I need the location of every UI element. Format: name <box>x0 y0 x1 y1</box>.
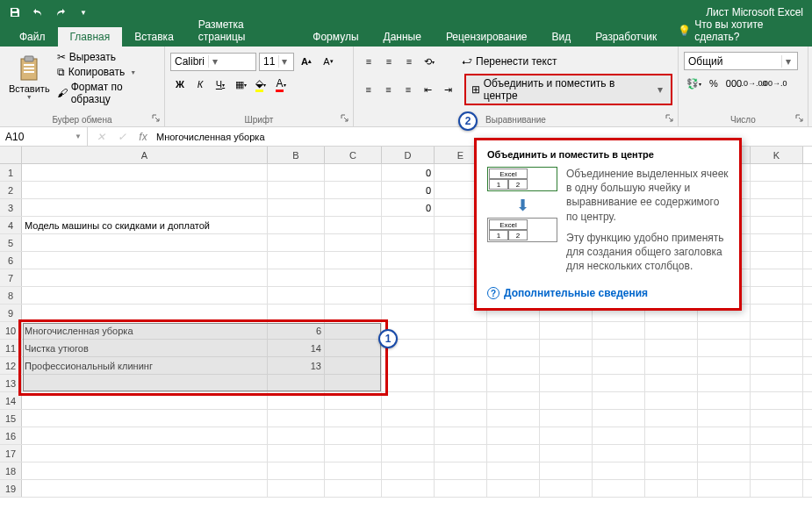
cell[interactable] <box>268 182 325 198</box>
cell[interactable] <box>593 340 645 356</box>
cell[interactable] <box>645 445 698 462</box>
cell[interactable] <box>645 427 698 444</box>
cell[interactable] <box>487 340 540 356</box>
align-center-icon[interactable]: ≡ <box>379 80 399 99</box>
cell[interactable] <box>540 340 593 356</box>
decrease-indent-icon[interactable]: ⇤ <box>419 80 438 99</box>
cell[interactable] <box>645 462 698 479</box>
cell[interactable] <box>751 340 803 356</box>
cell[interactable] <box>268 410 325 427</box>
cell[interactable] <box>435 445 487 462</box>
cell[interactable] <box>751 445 803 462</box>
cell[interactable] <box>382 357 435 374</box>
increase-font-icon[interactable]: A▴ <box>297 52 316 71</box>
save-icon[interactable] <box>5 3 25 22</box>
cell[interactable] <box>698 392 751 409</box>
undo-icon[interactable] <box>28 3 47 22</box>
paste-button[interactable]: Вставить ▼ <box>5 48 54 106</box>
cell[interactable] <box>22 199 268 216</box>
cell[interactable] <box>22 234 268 251</box>
row-header[interactable]: 11 <box>0 340 22 356</box>
cell[interactable] <box>698 427 751 444</box>
align-bottom-icon[interactable]: ≡ <box>399 52 419 71</box>
decrease-decimal-icon[interactable]: .00→.0 <box>765 74 784 93</box>
cell[interactable] <box>751 199 803 216</box>
cell[interactable] <box>268 252 325 269</box>
tell-me-search[interactable]: 💡 Что вы хотите сделать? <box>669 15 812 47</box>
cell[interactable] <box>268 164 325 181</box>
row-header[interactable]: 2 <box>0 182 22 198</box>
cell[interactable] <box>435 375 487 391</box>
cell[interactable] <box>645 480 698 497</box>
cell[interactable] <box>593 445 645 462</box>
cell[interactable] <box>22 269 268 286</box>
qat-dropdown-icon[interactable]: ▼ <box>74 3 93 22</box>
cell[interactable] <box>645 357 698 374</box>
cell[interactable] <box>593 427 645 444</box>
cell[interactable] <box>645 322 698 339</box>
cell[interactable] <box>698 462 751 479</box>
cell[interactable] <box>645 340 698 356</box>
cell[interactable] <box>382 392 435 409</box>
cell[interactable] <box>645 392 698 409</box>
tab-home[interactable]: Главная <box>58 27 123 47</box>
cell[interactable] <box>268 392 325 409</box>
cell[interactable] <box>698 357 751 374</box>
cell[interactable] <box>325 305 382 321</box>
cell[interactable] <box>751 375 803 391</box>
row-header[interactable]: 3 <box>0 199 22 216</box>
cell[interactable] <box>435 480 487 497</box>
cell[interactable] <box>22 410 268 427</box>
cell[interactable] <box>325 480 382 497</box>
cell[interactable] <box>540 410 593 427</box>
cell[interactable] <box>593 410 645 427</box>
cell[interactable] <box>751 164 803 181</box>
cell[interactable] <box>487 427 540 444</box>
cell[interactable] <box>487 445 540 462</box>
cell[interactable] <box>751 252 803 269</box>
fill-color-button[interactable]: ⬙▾ <box>251 75 270 94</box>
cell[interactable] <box>540 357 593 374</box>
tab-formulas[interactable]: Формулы <box>300 27 370 47</box>
cell[interactable] <box>325 410 382 427</box>
cell[interactable]: 0 <box>382 182 435 198</box>
col-header[interactable]: A <box>22 147 268 163</box>
row-header[interactable]: 15 <box>0 410 22 427</box>
cell[interactable] <box>751 392 803 409</box>
cell[interactable] <box>382 462 435 479</box>
cell[interactable] <box>435 340 487 356</box>
cell[interactable] <box>325 252 382 269</box>
number-format-combo[interactable]: Общий▾ <box>684 52 798 70</box>
cell[interactable] <box>487 357 540 374</box>
cell[interactable] <box>382 427 435 444</box>
decrease-font-icon[interactable]: A▾ <box>319 52 338 71</box>
tab-view[interactable]: Вид <box>540 27 584 47</box>
cell[interactable] <box>325 287 382 304</box>
select-all-corner[interactable] <box>0 147 22 163</box>
col-header[interactable]: B <box>268 147 325 163</box>
cell[interactable] <box>435 462 487 479</box>
row-header[interactable]: 1 <box>0 164 22 181</box>
cell[interactable] <box>698 322 751 339</box>
cell[interactable] <box>593 480 645 497</box>
tab-file[interactable]: Файл <box>7 27 58 47</box>
cell[interactable] <box>22 164 268 181</box>
row-header[interactable]: 6 <box>0 252 22 269</box>
cell[interactable] <box>593 462 645 479</box>
cell[interactable] <box>382 217 435 233</box>
tab-page-layout[interactable]: Разметка страницы <box>186 15 300 47</box>
cancel-icon[interactable]: ✕ <box>93 129 109 145</box>
align-left-icon[interactable]: ≡ <box>359 80 378 99</box>
cell[interactable] <box>382 375 435 391</box>
cell[interactable] <box>540 392 593 409</box>
copy-button[interactable]: ⧉Копировать▼ <box>54 65 159 79</box>
border-button[interactable]: ▦▾ <box>231 75 250 94</box>
cell[interactable] <box>751 462 803 479</box>
row-header[interactable]: 16 <box>0 427 22 444</box>
cell[interactable] <box>325 427 382 444</box>
cell[interactable] <box>325 182 382 198</box>
cell[interactable] <box>593 392 645 409</box>
cell[interactable] <box>325 392 382 409</box>
tab-insert[interactable]: Вставка <box>122 27 186 47</box>
col-header[interactable]: C <box>325 147 382 163</box>
